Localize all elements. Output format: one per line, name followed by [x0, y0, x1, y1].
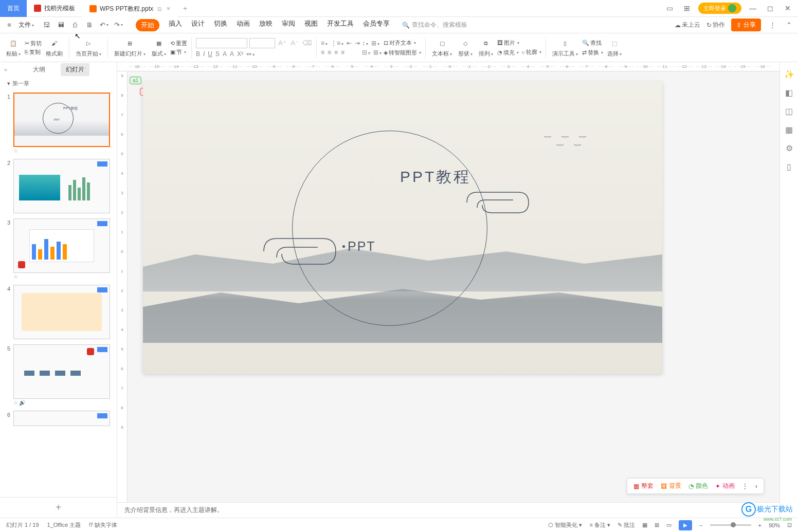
collapse-ribbon-icon[interactable]: ⌃: [784, 20, 794, 30]
ai-icon[interactable]: ✨: [785, 69, 794, 79]
find-button[interactable]: 🔍 查找: [582, 39, 603, 47]
tab-transition[interactable]: 切换: [214, 19, 227, 31]
more-options-icon[interactable]: ⋮: [742, 483, 748, 490]
paste-group[interactable]: 📋粘贴: [4, 38, 23, 58]
slides-tab[interactable]: 幻灯片: [61, 63, 89, 76]
strikethrough-icon[interactable]: S: [215, 50, 220, 58]
comment-badge-1[interactable]: a1: [130, 77, 141, 84]
char-spacing-icon[interactable]: ⇔: [246, 50, 255, 58]
color-button[interactable]: ◔ 颜色: [688, 482, 708, 490]
increase-font-icon[interactable]: A⁺: [277, 38, 287, 48]
tab-view[interactable]: 视图: [304, 19, 318, 31]
start-from-current-button[interactable]: ▷当页开始: [74, 38, 103, 58]
font-size-select[interactable]: [249, 38, 275, 48]
slide-thumb-5[interactable]: [13, 344, 110, 399]
fit-window-icon[interactable]: ⊡: [787, 522, 792, 528]
clear-format-icon[interactable]: ⌫: [302, 38, 312, 48]
slide-canvas[interactable]: 〰 〰 〰 〰 〰 PPT教程 PPT: [143, 82, 662, 374]
demo-tools-button[interactable]: ▯演示工具: [550, 38, 580, 58]
replace-button[interactable]: ⇄ 替换: [582, 49, 603, 57]
tab-templates[interactable]: 找稻壳模板: [27, 0, 82, 17]
slide-thumb-1[interactable]: PPT教程·PPT: [13, 93, 110, 147]
next-icon[interactable]: ›: [755, 483, 757, 490]
text-direction-icon[interactable]: ⊞: [371, 40, 379, 47]
superscript-icon[interactable]: X²: [237, 50, 243, 58]
smart-beautify-button[interactable]: ⬡ 智能美化 ▾: [548, 521, 582, 529]
fill-button[interactable]: ◔ 填充: [497, 49, 519, 57]
tab-design[interactable]: 设计: [191, 19, 205, 31]
tab-slideshow[interactable]: 放映: [259, 19, 273, 31]
print-icon[interactable]: ⎙: [70, 20, 80, 30]
font-color-icon[interactable]: A: [223, 50, 227, 58]
italic-icon[interactable]: I: [203, 50, 205, 58]
redo-icon[interactable]: ↷: [113, 20, 123, 30]
template-icon[interactable]: ▦: [785, 125, 794, 134]
slide-thumb-2[interactable]: [13, 159, 110, 213]
decrease-font-icon[interactable]: A⁻: [289, 38, 300, 48]
collapse-panel-icon[interactable]: «: [4, 66, 7, 72]
notes-pane[interactable]: 先介绍背景信息，再进入主题讲解。: [117, 502, 779, 518]
theme-name[interactable]: 1_Office 主题: [47, 521, 81, 529]
cut-button[interactable]: ✂ 剪切: [25, 40, 42, 47]
close-window-button[interactable]: ✕: [782, 4, 794, 12]
zoom-level[interactable]: 90%: [769, 522, 780, 528]
convert-smart-button[interactable]: ◈ 转智能图形: [384, 49, 421, 57]
underline-icon[interactable]: U: [208, 50, 212, 58]
columns-icon[interactable]: ⊟: [362, 49, 370, 56]
align-justify-icon[interactable]: ≡: [341, 49, 344, 56]
tab-insert[interactable]: 插入: [169, 19, 182, 31]
paragraph-icon[interactable]: ⊞: [373, 49, 382, 56]
highlight-icon[interactable]: A: [230, 50, 234, 58]
print-preview-icon[interactable]: 🗎: [84, 20, 95, 30]
line-spacing-icon[interactable]: ↕: [362, 40, 368, 47]
full-set-button[interactable]: ▦ 整套: [633, 482, 654, 490]
zoom-in-icon[interactable]: +: [758, 522, 761, 528]
cloud-status[interactable]: ☁ 未上云: [675, 21, 700, 29]
reading-view-icon[interactable]: ▭: [666, 522, 672, 528]
hamburger-icon[interactable]: ≡: [4, 20, 14, 30]
slide-thumb-4[interactable]: [13, 285, 110, 339]
align-center-icon[interactable]: ≡: [328, 49, 331, 56]
new-slide-button[interactable]: ⊞新建幻灯片: [112, 38, 148, 58]
tab-file[interactable]: WPS PPT教程.pptx ⊡ ×: [82, 0, 177, 17]
section-button[interactable]: ▣ 节: [170, 48, 187, 56]
missing-font-warning[interactable]: ⁉ 缺失字体: [89, 521, 117, 529]
sorter-view-icon[interactable]: ⊞: [655, 522, 659, 528]
tab-member[interactable]: 会员专享: [363, 19, 390, 31]
slide-thumb-3[interactable]: [13, 218, 110, 273]
slide-thumb-6[interactable]: [13, 411, 110, 426]
slideshow-button[interactable]: ▶: [679, 520, 692, 530]
save-as-icon[interactable]: 🖬: [56, 20, 66, 30]
reset-button[interactable]: ⟲ 重置: [170, 40, 187, 47]
add-slide-button[interactable]: +: [0, 497, 117, 518]
picture-button[interactable]: 🖼 图片: [497, 39, 519, 47]
tab-developer[interactable]: 开发工具: [327, 19, 354, 31]
tab-animation[interactable]: 动画: [237, 19, 250, 31]
file-menu[interactable]: 文件: [19, 21, 34, 29]
zoom-slider[interactable]: [710, 524, 751, 526]
shape-button[interactable]: ◇形状: [456, 38, 475, 58]
tab-start[interactable]: 开始: [136, 19, 159, 31]
more-icon[interactable]: ⋮: [767, 20, 777, 30]
numbering-icon[interactable]: ⋮≡: [331, 40, 343, 47]
style-icon[interactable]: ◧: [785, 88, 794, 97]
notes-toggle[interactable]: ≡ 备注 ▾: [589, 521, 610, 529]
settings-icon[interactable]: ⚙: [785, 143, 794, 153]
chapter-header[interactable]: ▾ 第一章: [0, 77, 117, 90]
align-left-icon[interactable]: ≡: [321, 49, 324, 56]
reading-mode-icon[interactable]: ▭: [663, 4, 676, 12]
present-icon[interactable]: ▯: [785, 162, 794, 171]
outline-button[interactable]: ○ 轮廓: [521, 48, 541, 56]
increase-indent-icon[interactable]: ⇥: [355, 40, 360, 47]
undo-icon[interactable]: ↶: [99, 20, 109, 30]
collab-button[interactable]: ↻ 协作: [706, 21, 725, 29]
slide-title[interactable]: PPT教程: [400, 167, 471, 188]
command-search[interactable]: 🔍 查找命令、搜索模板: [402, 21, 467, 29]
decrease-indent-icon[interactable]: ⇤: [347, 40, 352, 47]
minimize-button[interactable]: —: [747, 4, 759, 12]
object-icon[interactable]: ◫: [785, 106, 794, 116]
bullets-icon[interactable]: ≡: [321, 40, 328, 47]
add-tab-button[interactable]: +: [177, 4, 193, 12]
textbox-button[interactable]: ▢文本框: [430, 38, 454, 58]
tab-review[interactable]: 审阅: [282, 19, 295, 31]
